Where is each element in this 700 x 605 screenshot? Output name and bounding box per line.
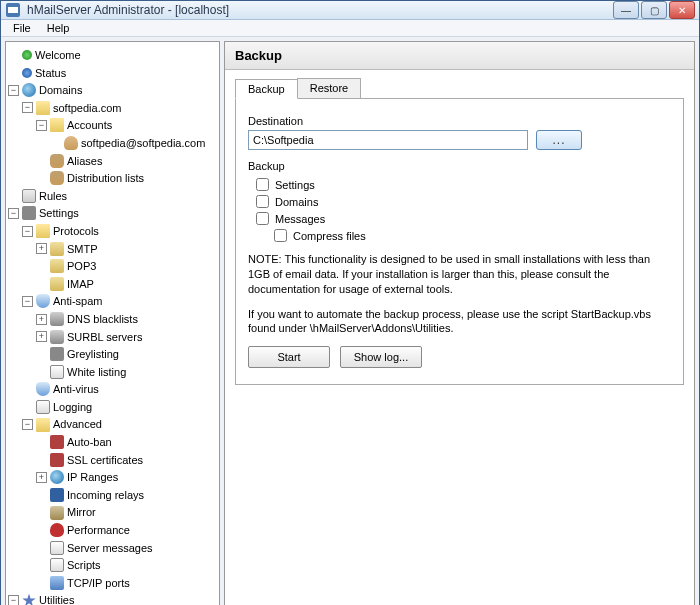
- tree-antispam[interactable]: Anti-spam: [53, 295, 103, 307]
- tab-restore[interactable]: Restore: [297, 78, 362, 98]
- tree-logging[interactable]: Logging: [53, 400, 92, 412]
- tree-welcome[interactable]: Welcome: [35, 49, 81, 61]
- tree-mirror[interactable]: Mirror: [67, 506, 96, 518]
- mail-icon: [50, 259, 64, 273]
- user-icon: [64, 136, 78, 150]
- relay-icon: [50, 488, 64, 502]
- svg-rect-1: [8, 7, 18, 13]
- chk-messages-label: Messages: [275, 213, 325, 225]
- tree-imap[interactable]: IMAP: [67, 277, 94, 289]
- expand-dnsbl[interactable]: +: [36, 314, 47, 325]
- globe-icon: [22, 83, 36, 97]
- gear-icon: [22, 206, 36, 220]
- backup-group-label: Backup: [248, 160, 671, 172]
- expand-accounts[interactable]: −: [36, 120, 47, 131]
- tree-whitelist[interactable]: White listing: [67, 365, 126, 377]
- tree-advanced[interactable]: Advanced: [53, 418, 102, 430]
- tree-domain1[interactable]: softpedia.com: [53, 101, 121, 113]
- app-icon: [5, 2, 21, 18]
- showlog-button[interactable]: Show log...: [340, 346, 422, 368]
- chk-settings[interactable]: [256, 178, 269, 191]
- tree-sslcert[interactable]: SSL certificates: [67, 453, 143, 465]
- tree-aliases[interactable]: Aliases: [67, 154, 102, 166]
- globe-icon: [50, 470, 64, 484]
- aliases-icon: [50, 154, 64, 168]
- expand-smtp[interactable]: +: [36, 243, 47, 254]
- rules-icon: [22, 189, 36, 203]
- tree-account1[interactable]: softpedia@softpedia.com: [81, 137, 205, 149]
- tree-srvmsg[interactable]: Server messages: [67, 541, 153, 553]
- window-title: hMailServer Administrator - [localhost]: [27, 3, 613, 17]
- expand-protocols[interactable]: −: [22, 226, 33, 237]
- folder-icon: [36, 224, 50, 238]
- tab-strip: Backup Restore: [235, 78, 684, 99]
- log-icon: [36, 400, 50, 414]
- perf-icon: [50, 523, 64, 537]
- tree-utilities[interactable]: Utilities: [39, 594, 74, 605]
- menu-help[interactable]: Help: [39, 20, 78, 36]
- expand-advanced[interactable]: −: [22, 419, 33, 430]
- cert-icon: [50, 453, 64, 467]
- lock-icon: [50, 435, 64, 449]
- chk-compress[interactable]: [274, 229, 287, 242]
- expand-domain1[interactable]: −: [22, 102, 33, 113]
- tree-protocols[interactable]: Protocols: [53, 225, 99, 237]
- expand-settings[interactable]: −: [8, 208, 19, 219]
- tree-status[interactable]: Status: [35, 66, 66, 78]
- maximize-button[interactable]: ▢: [641, 1, 667, 19]
- chk-compress-label: Compress files: [293, 230, 366, 242]
- expand-antispam[interactable]: −: [22, 296, 33, 307]
- destination-label: Destination: [248, 115, 671, 127]
- tree-perf[interactable]: Performance: [67, 524, 130, 536]
- ports-icon: [50, 576, 64, 590]
- tree-settings[interactable]: Settings: [39, 207, 79, 219]
- distlist-icon: [50, 171, 64, 185]
- tree-scripts[interactable]: Scripts: [67, 559, 101, 571]
- tree-ipranges[interactable]: IP Ranges: [67, 471, 118, 483]
- folder-icon: [50, 118, 64, 132]
- status-icon: [22, 68, 32, 78]
- tree-distlists[interactable]: Distribution lists: [67, 172, 144, 184]
- folder-icon: [36, 418, 50, 432]
- tree-surbl[interactable]: SURBL servers: [67, 330, 142, 342]
- note-automate: If you want to automate the backup proce…: [248, 307, 671, 337]
- page-icon: [50, 365, 64, 379]
- app-window: hMailServer Administrator - [localhost] …: [0, 0, 700, 605]
- tree-dnsbl[interactable]: DNS blacklists: [67, 313, 138, 325]
- panel-header: Backup: [225, 42, 694, 70]
- expand-utilities[interactable]: −: [8, 595, 19, 605]
- tree-greylist[interactable]: Greylisting: [67, 348, 119, 360]
- nav-tree[interactable]: Welcome Status −Domains −softpedia.com −…: [5, 41, 220, 605]
- expand-surbl[interactable]: +: [36, 331, 47, 342]
- minimize-button[interactable]: —: [613, 1, 639, 19]
- chk-settings-label: Settings: [275, 179, 315, 191]
- tree-autoban[interactable]: Auto-ban: [67, 436, 112, 448]
- tree-accounts[interactable]: Accounts: [67, 119, 112, 131]
- browse-button[interactable]: ...: [536, 130, 582, 150]
- chk-domains[interactable]: [256, 195, 269, 208]
- chk-messages[interactable]: [256, 212, 269, 225]
- star-icon: [22, 594, 36, 606]
- main-panel: Backup Backup Restore Destination ...: [224, 41, 695, 605]
- tree-domains[interactable]: Domains: [39, 84, 82, 96]
- tree-smtp[interactable]: SMTP: [67, 242, 98, 254]
- tree-pop3[interactable]: POP3: [67, 260, 96, 272]
- db-icon: [50, 330, 64, 344]
- tab-backup[interactable]: Backup: [235, 79, 298, 99]
- tree-tcpip[interactable]: TCP/IP ports: [67, 576, 130, 588]
- mirror-icon: [50, 506, 64, 520]
- expand-domains[interactable]: −: [8, 85, 19, 96]
- script-icon: [50, 558, 64, 572]
- tree-increlay[interactable]: Incoming relays: [67, 488, 144, 500]
- close-button[interactable]: ✕: [669, 1, 695, 19]
- msg-icon: [50, 541, 64, 555]
- destination-input[interactable]: [248, 130, 528, 150]
- mail-icon: [50, 277, 64, 291]
- tree-antivirus[interactable]: Anti-virus: [53, 383, 99, 395]
- folder-icon: [36, 101, 50, 115]
- menu-file[interactable]: File: [5, 20, 39, 36]
- tab-backup-content: Destination ... Backup Settings Domains: [235, 99, 684, 385]
- start-button[interactable]: Start: [248, 346, 330, 368]
- tree-rules[interactable]: Rules: [39, 189, 67, 201]
- expand-ipranges[interactable]: +: [36, 472, 47, 483]
